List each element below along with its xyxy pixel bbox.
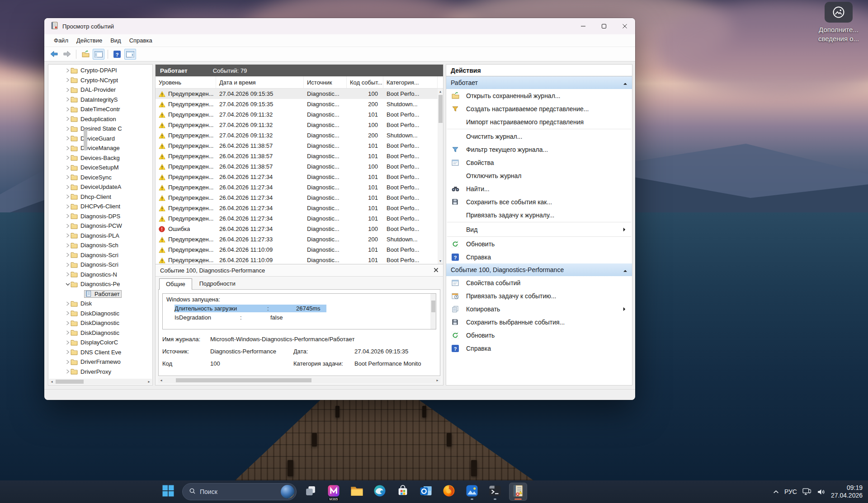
chevron-right-icon[interactable] — [65, 136, 71, 141]
tree-item[interactable]: DriverFramewo — [49, 357, 151, 367]
tree-item[interactable]: Desired State C — [49, 124, 151, 134]
chevron-right-icon[interactable] — [65, 97, 71, 102]
event-row[interactable]: Предупрежден...26.04.2026 11:27:34Diagno… — [156, 172, 443, 182]
event-row[interactable]: Предупрежден...26.04.2026 11:27:34Diagno… — [156, 193, 443, 203]
tree-item[interactable]: DNS Client Eve — [49, 348, 151, 357]
tree-item[interactable]: Diagnosis-Scri — [49, 260, 151, 270]
action-item[interactable]: Сохранить выбранные события... — [446, 315, 632, 329]
event-description-box[interactable]: Windows запущена: Длительность загрузки:… — [162, 293, 436, 329]
chevron-right-icon[interactable] — [65, 350, 71, 354]
tree-item[interactable]: Dhcp-Client — [49, 192, 151, 202]
event-row[interactable]: Предупрежден...26.04.2026 11:10:09Diagno… — [156, 255, 443, 264]
chevron-right-icon[interactable] — [65, 107, 71, 112]
action-item[interactable]: Найти... — [446, 182, 632, 195]
tree-item[interactable]: Disk — [49, 299, 151, 309]
search-input[interactable]: Поиск — [182, 483, 297, 500]
event-row[interactable]: Предупрежден...26.04.2026 11:27:34Diagno… — [156, 203, 443, 213]
details-horizontal-scrollbar[interactable]: ◂▸ — [158, 377, 440, 383]
maximize-button[interactable] — [594, 19, 614, 34]
action-section-header[interactable]: Событие 100, Diagnostics-Performance — [446, 263, 632, 276]
tree-item[interactable]: DateTimeContr — [49, 104, 151, 114]
taskbar-start-button[interactable] — [159, 483, 177, 501]
event-row[interactable]: Предупрежден...26.04.2026 11:27:34Diagno… — [156, 213, 443, 224]
chevron-right-icon[interactable] — [65, 185, 71, 189]
event-row[interactable]: Предупрежден...26.04.2026 11:38:57Diagno… — [156, 161, 443, 172]
title-bar[interactable]: Просмотр событий — [44, 18, 635, 34]
collapse-icon[interactable] — [623, 266, 627, 273]
chevron-right-icon[interactable] — [65, 165, 71, 170]
tree-item[interactable]: Diagnostics-Pe — [49, 279, 151, 289]
chevron-right-icon[interactable] — [65, 263, 71, 267]
event-row[interactable]: Предупрежден...27.04.2026 09:15:35Diagno… — [156, 89, 443, 99]
tree-item[interactable]: DiskDiagnostic — [49, 309, 151, 319]
event-list-vertical-scrollbar[interactable]: ▴ ▾ — [438, 89, 443, 264]
action-item[interactable]: Импорт настраиваемого представления — [446, 115, 632, 128]
action-item[interactable]: Открыть сохраненный журнал... — [446, 89, 632, 102]
chevron-right-icon[interactable] — [65, 146, 71, 150]
minimize-button[interactable] — [573, 19, 594, 34]
tree-item[interactable]: DeviceSync — [49, 173, 151, 183]
action-item[interactable]: Вид — [446, 223, 632, 236]
collapse-icon[interactable] — [623, 79, 627, 86]
menu-0[interactable]: Файл — [50, 35, 72, 46]
language-indicator[interactable]: РУС — [784, 488, 797, 495]
column-header-1[interactable]: Дата и время — [216, 76, 304, 88]
chevron-right-icon[interactable] — [65, 224, 71, 228]
action-item[interactable]: Свойства событий — [446, 276, 632, 289]
column-header-4[interactable]: Категория... — [383, 76, 438, 88]
tree-item[interactable]: Diagnosis-PLA — [49, 231, 151, 241]
event-row[interactable]: Предупрежден...26.04.2026 11:38:57Diagno… — [156, 151, 443, 161]
taskbar-outlook-button[interactable] — [417, 483, 435, 501]
back-button[interactable] — [48, 49, 60, 60]
action-item[interactable]: Привязать задачу к событию... — [446, 289, 632, 302]
taskbar-photos-button[interactable] — [463, 483, 481, 501]
menu-2[interactable]: Вид — [106, 35, 125, 46]
taskbar-eventviewer-button[interactable] — [509, 483, 527, 501]
chevron-right-icon[interactable] — [65, 311, 71, 315]
volume-icon[interactable] — [817, 489, 826, 495]
action-item[interactable]: Создать настраиваемое представление... — [446, 102, 632, 115]
tree-item[interactable]: Diagnosis-Scri — [49, 250, 151, 260]
chevron-right-icon[interactable] — [65, 117, 71, 121]
taskbar-taskview-button[interactable] — [302, 483, 320, 501]
event-row[interactable]: Предупрежден...26.04.2026 11:27:34Diagno… — [156, 182, 443, 193]
tree-item[interactable]: Diagnosis-Sch — [49, 240, 151, 250]
tree-item[interactable]: Crypto-NCrypt — [49, 75, 151, 85]
event-row[interactable]: Ошибка26.04.2026 11:27:34Diagnostic...10… — [156, 224, 443, 234]
details-close-icon[interactable] — [434, 267, 439, 274]
tree-item[interactable]: Crypto-DPAPI — [49, 66, 151, 75]
chevron-right-icon[interactable] — [65, 78, 71, 82]
chevron-right-icon[interactable] — [65, 330, 71, 335]
chevron-right-icon[interactable] — [65, 369, 71, 374]
export-log-icon[interactable] — [80, 49, 91, 60]
action-item[interactable]: Свойства — [446, 156, 632, 169]
action-item[interactable]: Фильтр текущего журнала... — [446, 143, 632, 156]
chevron-right-icon[interactable] — [65, 127, 71, 131]
network-icon[interactable] — [802, 488, 811, 495]
console-tree-toggle[interactable] — [93, 49, 104, 60]
taskbar-firefox-button[interactable] — [440, 483, 458, 501]
tree-vertical-scrollbar[interactable] — [84, 129, 87, 150]
tree-item[interactable]: Diagnosis-DPS — [49, 212, 151, 221]
tree-item[interactable]: DAL-Provider — [49, 85, 151, 95]
event-row[interactable]: Предупрежден...26.04.2026 11:38:57Diagno… — [156, 141, 443, 151]
tree-item[interactable]: DHCPv6-Client — [49, 202, 151, 212]
tree-item[interactable]: Diagnostics-N — [49, 270, 151, 280]
tree-item[interactable]: Deduplication — [49, 114, 151, 124]
chevron-right-icon[interactable] — [65, 321, 71, 325]
tree-item[interactable]: Работает — [49, 289, 151, 299]
menu-1[interactable]: Действие — [72, 35, 106, 46]
tab-Общие[interactable]: Общие — [159, 278, 192, 290]
taskbar-m365-button[interactable]: M365 — [325, 483, 343, 501]
tree-item[interactable]: DeviceGuard — [49, 134, 151, 144]
chevron-right-icon[interactable] — [65, 243, 71, 248]
tab-Подробности[interactable]: Подробности — [193, 278, 242, 289]
tree-item[interactable]: DiskDiagnostic — [49, 318, 151, 328]
chevron-right-icon[interactable] — [65, 272, 71, 277]
column-header-2[interactable]: Источник — [304, 76, 347, 88]
taskbar-terminal-button[interactable] — [486, 483, 504, 501]
taskbar-explorer-button[interactable] — [348, 483, 366, 501]
action-item[interactable]: Сохранить все события как... — [446, 195, 632, 208]
action-item[interactable]: Привязать задачу к журналу... — [446, 208, 632, 221]
action-item[interactable]: Обновить — [446, 329, 632, 342]
